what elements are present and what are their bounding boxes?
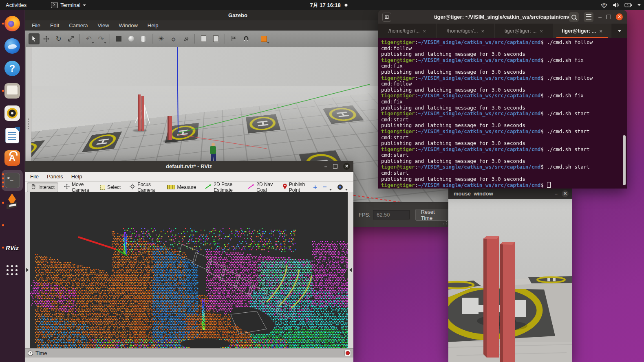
thunderbird-icon: [4, 38, 20, 54]
dock-item-help[interactable]: ?: [2, 58, 23, 79]
toolbar-separator: [110, 34, 110, 44]
grid-dot-icon: [7, 273, 9, 275]
dock-item-gazebo[interactable]: [2, 192, 23, 213]
remove-tool-icon[interactable]: −: [323, 184, 327, 191]
terminal-tabbar: /home/tiger/...×/home/tiger/...×tiger@ti…: [378, 24, 627, 38]
rotate-icon[interactable]: ↻: [53, 33, 64, 44]
time-panel-close-button[interactable]: [344, 350, 351, 356]
copy-icon[interactable]: [198, 33, 209, 44]
tab-close-icon[interactable]: ×: [599, 28, 602, 34]
align-icon[interactable]: [228, 33, 239, 44]
chevron-down-icon: [329, 189, 332, 191]
mouse-window-titlebar[interactable]: mouse_window – ✕: [448, 189, 572, 199]
new-tab-button[interactable]: ⊞: [382, 13, 391, 22]
fps-value-field[interactable]: 62.50: [373, 210, 410, 219]
tool-select[interactable]: Select: [97, 183, 124, 192]
dock-item-thunderbird[interactable]: [2, 35, 23, 57]
close-icon[interactable]: ✕: [343, 163, 350, 170]
snap-icon[interactable]: [240, 33, 251, 44]
activities-button[interactable]: Activities: [0, 2, 32, 8]
dock-item-terminal[interactable]: >_: [2, 170, 23, 191]
displays-panel-toggle[interactable]: [24, 192, 30, 348]
prompt-dollar: $: [540, 92, 544, 99]
paste-icon[interactable]: [210, 33, 221, 44]
tab-list-button[interactable]: [618, 24, 627, 38]
rviz-menu-help[interactable]: Help: [71, 173, 82, 180]
system-status-menu[interactable]: ?: [601, 0, 641, 10]
sphere-icon[interactable]: [126, 33, 137, 44]
cylinder-icon[interactable]: [138, 33, 149, 44]
tool-move-camera[interactable]: Move Camera: [61, 183, 95, 192]
pointcloud-3d-view[interactable]: [30, 192, 348, 348]
dock-item-writer[interactable]: [2, 125, 23, 146]
tool-properties-icon[interactable]: [337, 184, 343, 190]
dock-item-show-applications[interactable]: [2, 259, 23, 281]
resize-grip-icon[interactable]: [443, 221, 447, 225]
terminal-scrollbar[interactable]: [623, 135, 626, 185]
dock-item-rhythmbox[interactable]: [2, 103, 23, 124]
terminal-content[interactable]: tiger@tiger:~/VISIM_single/catkin_ws/src…: [378, 38, 627, 189]
terminal-output-line: publishing and latching message for 3.0 …: [381, 51, 627, 57]
maximize-icon[interactable]: [333, 164, 337, 169]
maximize-icon[interactable]: [607, 15, 611, 19]
terminal-tab-1[interactable]: /home/tiger/...×: [378, 24, 437, 38]
dock-item-rviz[interactable]: RViz: [2, 237, 23, 258]
directional-light-icon[interactable]: [180, 33, 191, 44]
undo-icon[interactable]: ↶: [83, 33, 94, 44]
mouse-window-3d-view[interactable]: [448, 199, 572, 362]
tab-close-icon[interactable]: ×: [540, 28, 543, 34]
terminal-headerbar[interactable]: ⊞ tiger@tiger: ~/VISIM_single/catkin_ws/…: [378, 10, 627, 24]
tab-close-icon[interactable]: ×: [481, 28, 484, 34]
clock-menu[interactable]: 7月 17 16:18: [310, 0, 348, 10]
scale-icon[interactable]: [65, 33, 76, 44]
tool-interact[interactable]: Interact: [27, 182, 58, 192]
tool-label: Publish Point: [289, 182, 307, 193]
gazebo-menu-file[interactable]: File: [32, 22, 40, 29]
view-angle-icon[interactable]: [258, 33, 269, 44]
close-icon[interactable]: ✕: [562, 190, 569, 197]
tool-measure[interactable]: Measure: [164, 183, 200, 192]
gazebo-menu-help[interactable]: Help: [148, 22, 159, 29]
dock-item-hidden-running-app[interactable]: [2, 215, 23, 236]
add-tool-icon[interactable]: +: [313, 184, 317, 191]
chevron-down-icon: [345, 189, 348, 191]
redo-icon[interactable]: ↷: [95, 33, 106, 44]
spot-light-icon[interactable]: ☼: [168, 33, 179, 44]
app-menu[interactable]: Terminal: [51, 2, 86, 8]
rviz-menu-panels[interactable]: Panels: [47, 173, 63, 180]
minimize-icon[interactable]: –: [555, 191, 558, 197]
prompt-dollar: $: [540, 39, 544, 45]
tab-close-icon[interactable]: ×: [423, 28, 426, 34]
menu-button[interactable]: [584, 12, 593, 22]
dock-item-files[interactable]: [2, 80, 23, 101]
tool-2d-pose-estimate[interactable]: 2D Pose Estimate: [202, 183, 242, 192]
rviz-titlebar[interactable]: default.rviz* - RViz – ✕: [24, 161, 353, 172]
tool-focus-camera[interactable]: Focus Camera: [126, 183, 161, 192]
time-panel-header[interactable]: Time: [24, 348, 353, 358]
point-light-icon[interactable]: ☀: [156, 33, 167, 44]
tool-publish-point[interactable]: Publish Point: [280, 183, 311, 192]
tool-2d-nav-goal[interactable]: 2D Nav Goal: [245, 183, 277, 192]
terminal-tab-2[interactable]: /home/tiger/...×: [437, 24, 495, 38]
running-indicator: [2, 247, 4, 249]
gazebo-menu-view[interactable]: View: [98, 22, 109, 29]
translate-icon[interactable]: [41, 33, 52, 44]
select-arrow-icon[interactable]: [29, 33, 40, 44]
dock-item-software[interactable]: A: [2, 147, 23, 169]
gazebo-menu-edit[interactable]: Edit: [50, 22, 59, 29]
reset-time-button[interactable]: Reset Time: [415, 209, 450, 221]
gazebo-menu-camera[interactable]: Camera: [69, 22, 88, 29]
gazebo-menu-window[interactable]: Window: [119, 22, 138, 29]
close-icon[interactable]: ✕: [616, 13, 623, 20]
rviz-menu-file[interactable]: File: [30, 173, 39, 180]
search-button[interactable]: [569, 12, 579, 22]
dock-item-firefox[interactable]: [2, 13, 23, 34]
box-icon[interactable]: [113, 33, 124, 44]
red-pillar: [141, 96, 144, 131]
tool-label: Focus Camera: [137, 182, 158, 193]
minimize-icon[interactable]: –: [598, 14, 602, 20]
terminal-tab-3[interactable]: tiger@tiger: ...×: [495, 24, 553, 38]
minimize-icon[interactable]: –: [324, 163, 327, 169]
terminal-tab-4[interactable]: tiger@tiger: ...×: [553, 24, 611, 38]
views-panel-toggle[interactable]: [348, 192, 353, 348]
